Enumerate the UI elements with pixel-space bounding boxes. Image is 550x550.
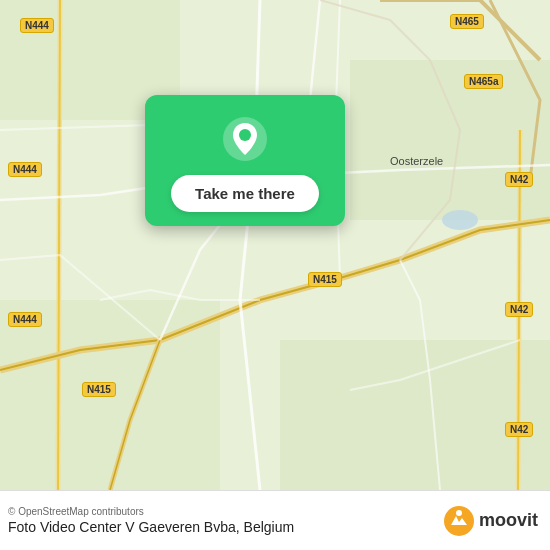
road-label-n444-top: N444 <box>20 18 54 33</box>
location-pin-icon <box>221 115 269 163</box>
road-label-n415-left: N415 <box>82 382 116 397</box>
road-label-n42-mid: N42 <box>505 302 533 317</box>
svg-rect-4 <box>280 340 550 490</box>
svg-point-9 <box>456 510 462 516</box>
road-label-n444-mid: N444 <box>8 162 42 177</box>
svg-point-5 <box>442 210 478 230</box>
footer-left: © OpenStreetMap contributors Foto Video … <box>8 506 294 535</box>
take-me-there-button[interactable]: Take me there <box>171 175 319 212</box>
footer: © OpenStreetMap contributors Foto Video … <box>0 490 550 550</box>
business-name: Foto Video Center V Gaeveren Bvba, Belgi… <box>8 519 294 535</box>
place-label-oosterzele: Oosterzele <box>390 155 443 167</box>
road-label-n42-bot: N42 <box>505 422 533 437</box>
osm-credit: © OpenStreetMap contributors <box>8 506 294 517</box>
road-label-n444-bot: N444 <box>8 312 42 327</box>
road-label-n465a: N465a <box>464 74 503 89</box>
svg-point-7 <box>239 129 251 141</box>
moovit-text-label: moovit <box>479 510 538 531</box>
road-label-n465: N465 <box>450 14 484 29</box>
moovit-icon <box>443 505 475 537</box>
road-label-n42-top: N42 <box>505 172 533 187</box>
map-container: N444 N465 N465a N444 N42 N415 N444 N415 … <box>0 0 550 490</box>
moovit-logo: moovit <box>443 505 538 537</box>
road-label-n415-center: N415 <box>308 272 342 287</box>
location-card: Take me there <box>145 95 345 226</box>
